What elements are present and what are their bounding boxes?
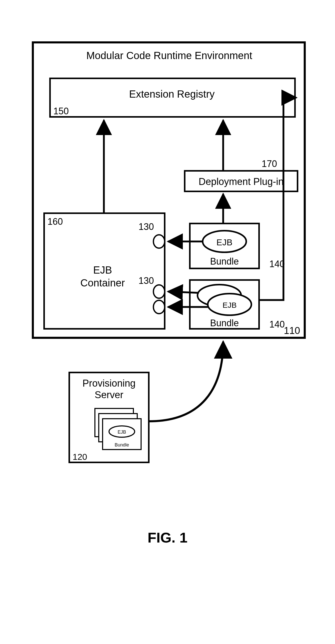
extension-registry-title: Extension Registry [129,88,214,100]
card-bundle-label: Bundle [115,442,129,447]
socket-ref-2: 130 [139,275,154,286]
bundle-top-title: Bundle [210,256,239,267]
deployment-plugin-ref: 170 [262,158,277,169]
ejb-container-box: 160 EJB Container 130 130 [44,213,165,329]
extension-registry-ref: 150 [53,106,69,116]
card-ejb-label: EJB [117,430,126,435]
provisioning-server-ref: 120 [73,452,87,462]
figure-label: FIG. 1 [147,529,188,546]
ejb-container-title-line2: Container [80,277,125,288]
bundle-bottom-ejb-label: EJB [222,301,237,309]
socket-icon [153,300,165,314]
ejb-container-ref: 160 [47,216,63,227]
extension-registry-box: Extension Registry 150 [50,78,295,117]
bundle-bottom-ref: 140 [269,319,285,330]
bundle-top-ejb-label: EJB [216,237,232,247]
bundle-bottom-title: Bundle [210,318,239,328]
provisioning-server-title-line2: Server [95,389,123,400]
socket-icon [153,235,165,248]
socket-icon [153,285,165,298]
provisioning-server-title-line1: Provisioning [83,378,136,389]
arrow-provisioning-to-env [149,342,223,421]
bundle-top-ref: 140 [269,259,285,269]
ejb-container-title-line1: EJB [93,264,112,276]
arrow-ejb-bottom-back-to-socket [168,292,199,293]
runtime-environment-ref: 110 [284,325,300,336]
runtime-environment-title: Modular Code Runtime Environment [86,50,252,61]
deployment-plugin-title: Deployment Plug-in [199,176,284,187]
socket-ref-1: 130 [139,221,154,232]
provisioning-server-box: Provisioning Server 120 EJB Bundle [69,372,149,462]
